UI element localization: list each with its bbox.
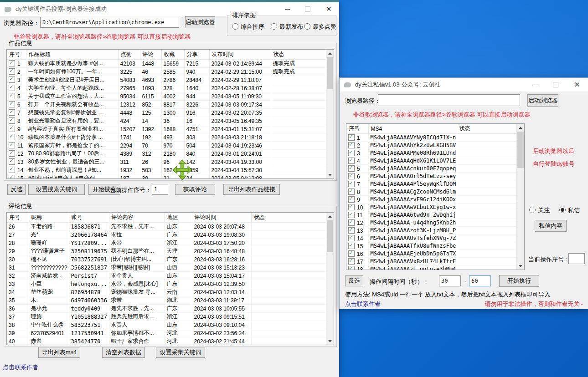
column-header[interactable]: 地区 (165, 213, 192, 223)
table-row[interactable]: 14创业不易，创前请深思！#知...193250316213592024-03-… (7, 166, 326, 174)
table-row[interactable]: 32济南减龄发...Persist7求个贵人山东2024-03-03 15:04… (7, 272, 326, 280)
table-row[interactable]: 14MS4wLjABAAAAUvTsfehXNVg-7Z... (346, 234, 517, 242)
table-row[interactable]: 4大学生创业。每个人的起跑线...27965109337816402024-02… (7, 84, 326, 92)
browser-path-input[interactable] (378, 94, 520, 106)
scroll-thumb[interactable] (327, 220, 333, 252)
close-icon[interactable]: ✕ (569, 78, 585, 92)
row-checkbox[interactable] (9, 142, 15, 148)
invert-selection-button[interactable]: 反选 (345, 275, 363, 286)
launch-browser-button[interactable]: 启动浏览器 (527, 94, 558, 107)
table-row[interactable]: 29????谦谦君子32508119675我不明白那些在...天津2024-03… (7, 247, 326, 255)
table-row[interactable]: 6打开一个开关视频就会有收益...12312852881732262024-03… (7, 101, 326, 109)
table-row[interactable]: 12MS4wLjABAAAA-u4q4hng5Knb2h... (346, 219, 517, 227)
scroll-up-icon[interactable] (517, 124, 524, 131)
table-row[interactable]: 30楠不见70337527691[比心]帮博主纠...广东2024-03-03 … (7, 255, 326, 264)
row-checkbox[interactable] (348, 227, 355, 234)
table-row[interactable]: 10缺钱的本质是什么#干货分享 ...17411924933032024-03-… (7, 133, 326, 142)
table-row[interactable]: 3美术生创业#创业日记#开店日...5408346932786284842024… (7, 76, 326, 84)
interval-max-input[interactable] (469, 275, 491, 286)
row-checkbox[interactable] (9, 126, 15, 132)
table-row[interactable]: 1赚大钱的本质就是少做事 #创...4210314481565972152024… (7, 60, 326, 68)
row-checkbox[interactable] (9, 117, 15, 124)
row-checkbox[interactable] (348, 196, 355, 203)
table-row[interactable]: 27光*32066178464求拉广东2024-03-03 19:08:30 (7, 231, 326, 239)
column-header[interactable]: 状态 (271, 50, 326, 60)
radio-dm[interactable]: 私信 (559, 206, 580, 214)
row-checkbox[interactable] (9, 101, 15, 107)
maximize-icon[interactable] (548, 78, 563, 92)
ms4-scrollbar[interactable] (516, 124, 524, 270)
table-row[interactable]: 4MS4wLjABAAAAqHdX61KiLOV7LE... (346, 157, 517, 165)
scroll-thumb[interactable] (327, 57, 333, 89)
table-row[interactable]: 8MS4wLjABAAAACgZcooNCMsd6lm... (346, 188, 517, 196)
row-checkbox[interactable] (348, 204, 355, 210)
row-checkbox[interactable] (348, 173, 355, 179)
table-row[interactable]: 18MS4wLjABAAAAzL_ngtp-e3hMm4... (346, 265, 517, 270)
table-row[interactable]: 15MS4wLjABAAAATfxU8ufWnzsFbe... (346, 242, 517, 250)
contact-author-link[interactable]: 点击联系作者 (3, 363, 38, 372)
table-row[interactable]: 6MS4wLjABAAAAOrl5dTeLzz-sey... (346, 173, 517, 180)
table-row[interactable]: 37理旆Y1051888327胜兵先胜而后求...浙江2024-03-03 09… (7, 313, 326, 321)
scroll-up-icon[interactable] (326, 50, 334, 57)
table-row[interactable]: 9#内容过于真实 所有要创业和...152071392168847512024-… (7, 125, 326, 133)
table-row[interactable]: 2一年时间如何挣100万。一年...32254625859402024-02-2… (7, 68, 326, 76)
dm-content-button[interactable]: 私信内容 (535, 220, 567, 232)
table-row[interactable]: 40赤峕385424770帽子厂家求合作河北2024-03-02 21:45:4… (7, 337, 326, 345)
table-row[interactable]: 26不老的路185836871先不求胜，先不...山东2024-03-03 20… (7, 223, 326, 231)
table-row[interactable]: 7想赚钱先学会复制#餐饮创业 ...444812513009162024-03-… (7, 109, 326, 117)
row-checkbox[interactable] (348, 258, 355, 265)
table-row[interactable]: 8创业光靠勤奋是没有用的，要...4241436162024-03-05 16:… (7, 117, 326, 125)
column-header[interactable]: 分享 (184, 50, 209, 60)
column-header[interactable]: 状态 (457, 124, 517, 134)
row-checkbox[interactable] (348, 219, 355, 226)
radio-sort-most-liked[interactable]: 最多点赞 (304, 23, 336, 31)
table-row[interactable]: 3MS4wLjABAAAAPMe08Rh691LUnd... (346, 149, 517, 157)
column-header[interactable]: 账号 (69, 213, 109, 223)
export-ms4-button[interactable]: 导出列表ms4 (38, 347, 80, 358)
radio-sort-newest[interactable]: 最新发布 (271, 23, 303, 31)
set-collect-keyword-button[interactable]: 设置采集关键词 (156, 347, 205, 358)
get-comments-button[interactable]: 获取评论 (175, 184, 215, 195)
table-row[interactable]: 9MS4wLjABAAAAzvE9Gc12diKOOx... (346, 196, 517, 204)
minimize-icon[interactable] (527, 78, 543, 92)
row-checkbox[interactable] (9, 134, 15, 140)
minimize-icon[interactable] (279, 2, 295, 16)
row-checkbox[interactable] (9, 109, 15, 116)
scroll-thumb[interactable] (517, 132, 524, 168)
column-header[interactable]: 状态 (251, 213, 326, 223)
column-header[interactable]: 序号 (7, 213, 29, 223)
table-row[interactable]: 39623785294011217530941你如果事情都不...河北2024-… (7, 329, 326, 337)
row-checkbox[interactable] (9, 93, 15, 99)
column-header[interactable]: 评论内容 (109, 213, 165, 223)
works-scrollbar[interactable] (326, 50, 334, 178)
set-search-keyword-button[interactable]: 设置搜索关键词 (28, 184, 85, 195)
table-row[interactable]: 1330多岁女性创业，最适合的三...31126961422024-03-04 … (7, 158, 326, 166)
radio-sort-composite[interactable]: 综合排序 (232, 23, 264, 31)
table-row[interactable]: 15#创业日记 #电商人 #电商创...1873921242024-03-05 … (7, 174, 326, 179)
current-index-input[interactable] (152, 184, 168, 195)
table-row[interactable]: 31????????????35682251837求带[感谢][感谢]山西202… (7, 264, 326, 272)
table-row[interactable]: 17MS4wLjABAAAAVxBzHL74LkTtrE... (346, 258, 517, 265)
column-header[interactable]: 收藏 (161, 50, 184, 60)
table-row[interactable]: 38中午吃什么@583223751求贵人山东2024-03-03 09:10:0… (7, 321, 326, 329)
table-row[interactable]: 16MS4wLjABAAAAEjeUbDn5pGTaTX... (346, 250, 517, 258)
row-checkbox[interactable] (348, 165, 355, 172)
column-header[interactable]: 发布时间 (209, 50, 271, 60)
table-row[interactable]: 35木.64974660336求带湖北2024-03-03 11:39:17 (7, 296, 326, 305)
export-links-button[interactable]: 导出列表作品链接 (223, 184, 280, 195)
column-header[interactable]: 序号 (7, 50, 26, 60)
row-checkbox[interactable] (9, 158, 15, 165)
row-checkbox[interactable] (348, 150, 355, 156)
column-header[interactable]: 点赞 (118, 50, 140, 60)
scroll-down-icon[interactable] (326, 171, 334, 178)
row-checkbox[interactable] (348, 188, 355, 195)
clear-list-button[interactable]: 清空列表数据 (102, 347, 145, 358)
table-row[interactable]: 2MS4wLjABAAAAhYk2zUwLXGH5BV... (346, 142, 517, 149)
radio-follow[interactable]: 关注 (529, 206, 550, 214)
row-checkbox[interactable] (348, 235, 355, 241)
row-checkbox[interactable] (348, 250, 355, 257)
row-checkbox[interactable] (348, 134, 355, 141)
table-row[interactable]: 1270.80.90都套路出局了！00后...43893122180840202… (7, 150, 326, 158)
scroll-down-icon[interactable] (517, 262, 524, 270)
interval-min-input[interactable] (439, 275, 461, 286)
